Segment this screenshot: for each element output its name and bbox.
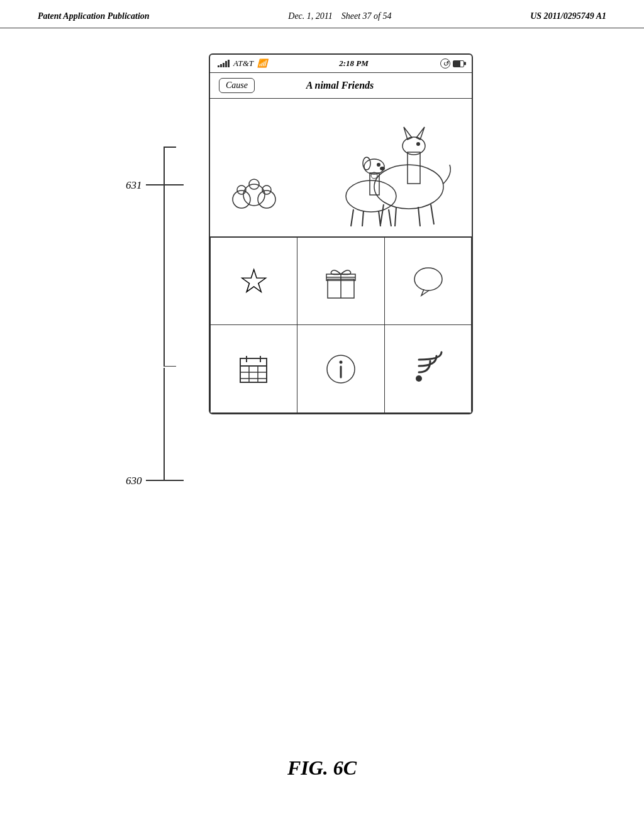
rotation-lock-icon: ↺ — [440, 58, 450, 69]
svg-line-22 — [351, 209, 353, 226]
svg-line-14 — [418, 207, 420, 226]
chat-bubble-icon — [410, 263, 447, 299]
rss-feed-icon — [410, 351, 447, 387]
svg-line-23 — [362, 211, 364, 226]
svg-point-0 — [233, 191, 250, 208]
header-right: US 2011/0295749 A1 — [530, 11, 606, 21]
svg-line-24 — [379, 211, 380, 226]
figure-label: FIG. 6C — [0, 756, 644, 780]
calendar-cell[interactable] — [210, 325, 297, 413]
svg-point-21 — [380, 167, 385, 170]
animals-illustration — [308, 105, 459, 228]
patent-header: Patent Application Publication Dec. 1, 2… — [0, 0, 644, 28]
svg-point-16 — [346, 180, 396, 212]
svg-point-11 — [416, 142, 420, 146]
svg-point-18 — [364, 159, 384, 174]
svg-line-12 — [380, 204, 384, 224]
gift-icon — [323, 263, 359, 299]
nav-bar: Cause A nimal Friends — [210, 73, 472, 99]
people-group-icon — [229, 177, 279, 218]
battery-icon — [453, 60, 464, 67]
calendar-icon — [236, 352, 270, 386]
label-630: 630 — [126, 475, 142, 487]
signal-bars-icon — [218, 60, 230, 67]
svg-rect-7 — [408, 152, 420, 184]
chat-cell[interactable] — [384, 237, 472, 325]
header-left: Patent Application Publication — [38, 11, 150, 21]
cause-back-button[interactable]: Cause — [219, 78, 255, 93]
svg-point-1 — [243, 184, 265, 206]
svg-point-6 — [374, 165, 443, 209]
status-bar: AT&T 📶 2:18 PM ↺ — [210, 55, 472, 73]
svg-point-20 — [377, 163, 380, 167]
svg-line-13 — [395, 207, 396, 226]
svg-point-19 — [363, 157, 370, 170]
header-center: Dec. 1, 2011 Sheet 37 of 54 — [288, 11, 391, 21]
main-content: 631 630 — [0, 28, 644, 414]
nav-title: A nimal Friends — [306, 80, 374, 91]
svg-line-25 — [389, 209, 391, 226]
carrier-label: AT&T — [233, 58, 253, 69]
image-area — [210, 99, 472, 237]
svg-point-43 — [416, 375, 422, 382]
action-grid: ☆ — [210, 237, 472, 413]
rss-cell[interactable] — [384, 325, 472, 413]
svg-line-15 — [431, 204, 434, 224]
svg-point-41 — [339, 360, 342, 363]
bracket-630 — [164, 368, 165, 481]
bracket-631 — [164, 147, 165, 367]
phone-container: AT&T 📶 2:18 PM ↺ Cause — [209, 53, 473, 414]
info-icon — [323, 351, 359, 387]
status-bar-left: AT&T 📶 — [218, 58, 267, 69]
svg-point-2 — [258, 191, 275, 208]
status-bar-right: ↺ — [440, 58, 464, 69]
time-display: 2:18 PM — [339, 58, 369, 69]
svg-point-31 — [414, 268, 442, 290]
phone-frame: AT&T 📶 2:18 PM ↺ Cause — [209, 53, 473, 414]
label-631: 631 — [126, 179, 142, 192]
star-icon: ☆ — [238, 264, 269, 299]
wifi-icon: 📶 — [257, 58, 267, 69]
favorites-cell[interactable]: ☆ — [210, 237, 297, 325]
info-cell[interactable] — [297, 325, 385, 413]
gift-cell[interactable] — [297, 237, 385, 325]
